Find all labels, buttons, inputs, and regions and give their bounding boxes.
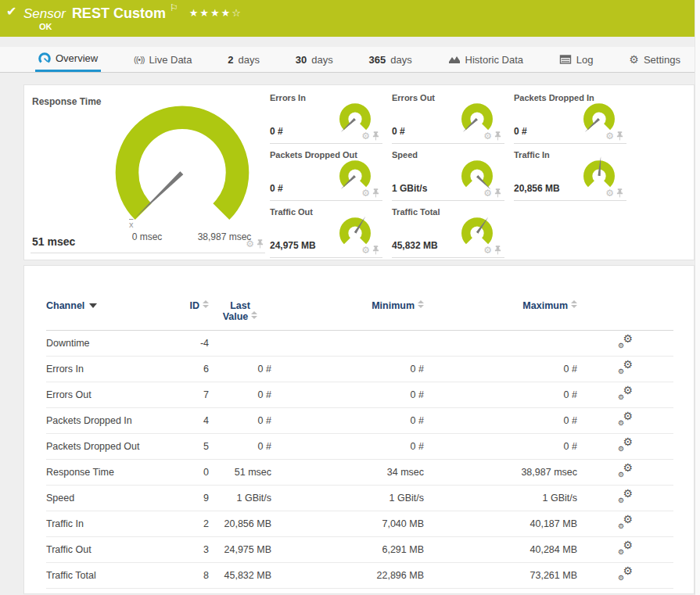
pin-icon[interactable] <box>494 188 501 198</box>
gauge-arc <box>93 96 271 238</box>
tab-label: days <box>390 54 411 66</box>
channel-name: Traffic Out <box>46 537 181 563</box>
channel-settings-gears-icon[interactable]: ⚙⚙ <box>618 516 633 529</box>
channel-name: Response Time <box>46 460 181 486</box>
column-header-maximum[interactable]: Maximum <box>424 299 577 331</box>
column-header-id[interactable]: ID <box>181 299 209 331</box>
gauge-settings-gear-icon[interactable]: ⚙ <box>361 131 370 141</box>
tab-label: days <box>311 54 332 66</box>
pin-icon[interactable] <box>494 131 501 141</box>
pin-icon[interactable] <box>494 246 501 255</box>
gauge-value: 51 msec <box>32 235 75 248</box>
flag-icon[interactable]: ⚐ <box>170 2 178 13</box>
tab-365-days[interactable]: 365 days <box>366 47 415 72</box>
pin-icon[interactable] <box>616 131 623 141</box>
scrollbar-track[interactable] <box>695 0 700 595</box>
gauge-value: 0 # <box>270 126 283 137</box>
tab-2-days[interactable]: 2 days <box>224 47 263 72</box>
sort-icon <box>203 300 209 308</box>
gauge-label: Traffic Total <box>392 207 440 217</box>
gauge-traffic-out: Traffic Out 24,975 MB ⚙ <box>270 206 382 258</box>
tab-bar: Overview ((•)) Live Data 2 days 30 days … <box>0 47 695 73</box>
channel-settings-gears-icon[interactable]: ⚙⚙ <box>618 542 633 555</box>
gauge-value: 45,832 MB <box>392 240 438 251</box>
gauge-settings-gear-icon[interactable]: ⚙ <box>483 131 492 141</box>
table-row: Traffic Out 3 24,975 MB 6,291 MB 40,284 … <box>46 537 673 563</box>
gauge-packets-dropped-in: Packets Dropped In 0 # ⚙ <box>514 91 626 144</box>
channels-panel: Channel ID Last Value Minimum Maximum <box>23 265 695 594</box>
gauge-settings-gear-icon[interactable]: ⚙ <box>483 246 492 255</box>
channel-name: Errors In <box>46 357 181 382</box>
gauge-min-label: 0 msec <box>119 231 175 242</box>
gauge-settings-gear-icon[interactable]: ⚙ <box>483 188 492 198</box>
gauge-settings-gear-icon[interactable]: ⚙ <box>605 131 614 141</box>
tab-label: Historic Data <box>465 54 523 66</box>
gauge-value: 0 # <box>392 126 405 137</box>
tab-settings[interactable]: ⚙ Settings <box>626 47 684 72</box>
tab-label: days <box>239 54 260 66</box>
gauge-value: 20,856 MB <box>514 183 560 194</box>
channel-name: Packets Dropped Out <box>46 434 181 460</box>
tab-30-days[interactable]: 30 days <box>293 47 336 72</box>
table-row: Traffic Total 8 45,832 MB 22,896 MB 73,2… <box>46 563 673 589</box>
gauge-traffic-total: Traffic Total 45,832 MB ⚙ <box>392 206 504 258</box>
channel-name: Packets Dropped In <box>46 408 181 434</box>
gauge-settings-gear-icon[interactable]: ⚙ <box>361 246 370 255</box>
gauge-label: Speed <box>392 150 418 160</box>
gauge-traffic-in: Traffic In 20,856 MB ⚙ <box>514 149 626 201</box>
channel-settings-gears-icon[interactable]: ⚙⚙ <box>618 335 633 349</box>
pin-icon[interactable] <box>372 188 379 198</box>
tab-log[interactable]: Log <box>556 47 597 72</box>
gauge-settings-gear-icon[interactable]: ⚙ <box>246 239 254 249</box>
channel-settings-gears-icon[interactable]: ⚙⚙ <box>618 387 633 400</box>
tab-overview[interactable]: Overview <box>35 47 101 72</box>
pin-icon[interactable] <box>257 239 264 249</box>
tab-label: Live Data <box>149 54 192 66</box>
tab-number: 30 <box>296 54 307 66</box>
sort-icon <box>571 300 577 308</box>
sort-icon <box>251 311 257 319</box>
gauge-value: 24,975 MB <box>270 240 316 251</box>
table-row: Packets Dropped Out 5 0 # 0 # 0 # ⚙⚙ <box>46 434 673 460</box>
gauge-errors-out: Errors Out 0 # ⚙ <box>392 91 504 144</box>
status-ok-check-icon: ✔ <box>6 4 16 19</box>
gauge-label: Errors Out <box>392 93 435 102</box>
live-data-icon: ((•)) <box>134 55 145 64</box>
sensor-status-badge: OK <box>39 22 52 31</box>
tab-live-data[interactable]: ((•)) Live Data <box>131 47 195 72</box>
sort-desc-icon <box>89 303 97 308</box>
channel-name: Downtime <box>46 331 181 357</box>
gauge-icon <box>38 52 51 65</box>
gauge-value: 0 # <box>270 183 283 194</box>
column-header-last-value[interactable]: Last Value <box>209 299 271 331</box>
channel-settings-gears-icon[interactable]: ⚙⚙ <box>618 413 633 426</box>
channel-settings-gears-icon[interactable]: ⚙⚙ <box>618 464 633 478</box>
gauge-packets-dropped-out: Packets Dropped Out 0 # ⚙ <box>270 149 382 201</box>
channels-table: Channel ID Last Value Minimum Maximum <box>46 299 673 589</box>
sensor-header: ✔ SensorREST Custom⚐★★★★☆ OK <box>0 0 695 37</box>
gauge-response-time: Response Time x 0 msec 38,987 msec 51 ms… <box>31 88 265 253</box>
channel-name: Traffic In <box>46 511 181 537</box>
pin-icon[interactable] <box>372 131 379 141</box>
table-row: Speed 9 1 GBit/s 1 GBit/s 1 GBit/s ⚙⚙ <box>46 486 673 511</box>
gauge-label: Traffic Out <box>270 207 313 217</box>
gauge-value: 0 # <box>514 126 527 137</box>
column-header-minimum[interactable]: Minimum <box>271 299 424 331</box>
gauge-settings-gear-icon[interactable]: ⚙ <box>361 188 370 198</box>
priority-stars[interactable]: ★★★★☆ <box>189 7 242 19</box>
tab-label: Log <box>576 54 594 66</box>
pin-icon[interactable] <box>616 188 623 198</box>
column-header-channel[interactable]: Channel <box>46 299 181 331</box>
pin-icon[interactable] <box>372 246 379 255</box>
sort-icon <box>418 300 424 308</box>
channel-settings-gears-icon[interactable]: ⚙⚙ <box>618 568 633 581</box>
channel-name: Errors Out <box>46 382 181 408</box>
tab-historic-data[interactable]: Historic Data <box>445 47 526 72</box>
gauge-settings-gear-icon[interactable]: ⚙ <box>605 188 614 198</box>
sensor-title: REST Custom <box>72 5 166 21</box>
tab-number: 365 <box>369 54 386 66</box>
channel-settings-gears-icon[interactable]: ⚙⚙ <box>618 439 633 452</box>
gear-icon: ⚙ <box>629 54 639 65</box>
channel-settings-gears-icon[interactable]: ⚙⚙ <box>618 490 633 504</box>
channel-settings-gears-icon[interactable]: ⚙⚙ <box>618 361 633 375</box>
